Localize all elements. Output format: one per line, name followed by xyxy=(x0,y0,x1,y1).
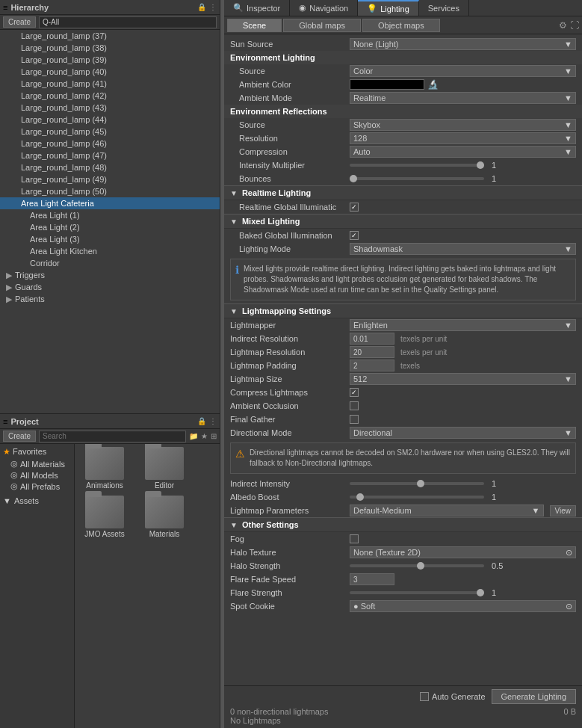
env-lighting-label: Environment Lighting xyxy=(230,53,350,62)
tab-inspector[interactable]: 🔍 Inspector xyxy=(224,0,290,16)
halo-texture-dropdown[interactable]: None (Texture 2D) ⊙ xyxy=(350,546,576,558)
list-item[interactable]: Area Light (3) xyxy=(0,233,220,245)
project-search-input[interactable] xyxy=(39,431,186,442)
fog-row: Fog xyxy=(224,532,582,546)
tab-lighting[interactable]: 💡 Lighting xyxy=(358,0,419,16)
refl-source-dropdown[interactable]: Skybox ▼ xyxy=(350,119,576,131)
generate-row: Auto Generate Generate Lighting xyxy=(230,689,576,704)
list-item[interactable]: Large_round_lamp (46) xyxy=(0,138,220,149)
list-item[interactable]: Large_round_lamp (40) xyxy=(0,66,220,78)
lock-icon[interactable]: 🔒 xyxy=(197,3,206,11)
sidebar-item-all-materials[interactable]: ◎ All Materials xyxy=(3,458,71,469)
hierarchy-search-input[interactable] xyxy=(39,16,217,28)
bounces-slider[interactable] xyxy=(350,177,484,180)
tab-navigation[interactable]: ◉ Navigation xyxy=(290,0,358,16)
lightmap-res-input[interactable] xyxy=(350,346,394,358)
item-label: Large_round_lamp (46) xyxy=(21,139,107,148)
list-item[interactable]: Large_round_lamp (47) xyxy=(0,149,220,161)
list-item[interactable]: Large_round_lamp (48) xyxy=(0,161,220,173)
list-item[interactable]: Area Light (2) xyxy=(0,221,220,233)
view-button[interactable]: View xyxy=(550,505,577,516)
generate-lighting-button[interactable]: Generate Lighting xyxy=(492,689,576,704)
flare-fade-input[interactable] xyxy=(350,573,394,585)
asset-item-animations[interactable]: Animations xyxy=(78,447,131,490)
sun-source-dropdown[interactable]: None (Light) ▼ xyxy=(350,38,576,50)
lightmapping-section-header[interactable]: ▼ Lightmapping Settings xyxy=(224,303,582,318)
refl-resolution-dropdown[interactable]: 128 ▼ xyxy=(350,132,576,144)
list-item[interactable]: Large_round_lamp (37) xyxy=(0,30,220,42)
list-item[interactable]: Area Light (1) xyxy=(0,209,220,221)
more-icon[interactable]: ⋮ xyxy=(209,3,217,11)
asset-item-materials[interactable]: Materials xyxy=(137,496,191,538)
sidebar-item-all-prefabs[interactable]: ◎ All Prefabs xyxy=(3,481,71,492)
auto-generate-checkbox[interactable] xyxy=(420,692,429,701)
list-item[interactable]: Large_round_lamp (41) xyxy=(0,78,220,90)
albedo-boost-slider[interactable] xyxy=(350,496,484,499)
list-item[interactable]: Large_round_lamp (42) xyxy=(0,90,220,102)
list-item[interactable]: Large_round_lamp (43) xyxy=(0,102,220,114)
asset-item-jmo[interactable]: JMO Assets xyxy=(78,496,131,538)
list-item[interactable]: Large_round_lamp (49) xyxy=(0,173,220,185)
spot-cookie-dropdown[interactable]: ● Soft ⊙ xyxy=(350,600,576,612)
ambient-occ-label: Ambient Occlusion xyxy=(230,401,350,410)
folder-icon[interactable]: 📁 xyxy=(189,432,198,440)
lightmapper-dropdown[interactable]: Enlighten ▼ xyxy=(350,319,576,331)
eyedropper-icon[interactable]: 🔬 xyxy=(427,79,439,90)
compression-dropdown[interactable]: Auto ▼ xyxy=(350,146,576,158)
list-item[interactable]: Large_round_lamp (39) xyxy=(0,54,220,66)
project-create-button[interactable]: Create xyxy=(3,431,36,442)
sidebar-item-all-models[interactable]: ◎ All Models xyxy=(3,469,71,481)
list-item[interactable]: Large_round_lamp (45) xyxy=(0,126,220,138)
flare-strength-slider[interactable] xyxy=(350,591,484,594)
intensity-slider[interactable] xyxy=(350,164,484,167)
hierarchy-create-button[interactable]: Create xyxy=(3,16,36,28)
fog-checkbox[interactable] xyxy=(350,534,359,543)
tab-object-maps[interactable]: Object maps xyxy=(362,19,440,32)
settings-icon[interactable]: ⚙ xyxy=(559,20,567,31)
lighting-mode-dropdown[interactable]: Shadowmask ▼ xyxy=(350,243,576,255)
indirect-intensity-row: Indirect Intensity 1 xyxy=(224,477,582,490)
mixed-section-header[interactable]: ▼ Mixed Lighting xyxy=(224,214,582,229)
compress-checkbox[interactable] xyxy=(350,388,359,397)
list-item-guards[interactable]: ▶Guards xyxy=(0,281,220,293)
realtime-section-header[interactable]: ▼ Realtime Lighting xyxy=(224,185,582,200)
list-item-patients[interactable]: ▶Patients xyxy=(0,293,220,305)
maximize-icon[interactable]: ⛶ xyxy=(570,20,579,31)
baked-gi-row: Baked Global Illumination xyxy=(224,229,582,242)
directional-dropdown[interactable]: Directional ▼ xyxy=(350,427,576,439)
baked-gi-checkbox[interactable] xyxy=(350,231,359,240)
list-item[interactable]: Corridor xyxy=(0,257,220,269)
halo-strength-slider[interactable] xyxy=(350,564,484,567)
lightmap-size-dropdown[interactable]: 512 ▼ xyxy=(350,373,576,385)
no-lightmaps-label: No Lightmaps xyxy=(230,716,281,725)
list-item[interactable]: Large_round_lamp (44) xyxy=(0,114,220,126)
tab-services[interactable]: Services xyxy=(419,0,469,16)
flare-strength-row: Flare Strength 1 xyxy=(224,586,582,599)
tab-global-maps[interactable]: Global maps xyxy=(283,19,361,32)
lock-icon2[interactable]: 🔒 xyxy=(197,417,206,425)
other-section-header[interactable]: ▼ Other Settings xyxy=(224,517,582,532)
list-item-area-light-cafeteria[interactable]: Area Light Cafeteria xyxy=(0,197,220,209)
env-source-dropdown[interactable]: Color ▼ xyxy=(350,65,576,77)
asset-item-editor[interactable]: Editor xyxy=(137,447,191,490)
item-label: Large_round_lamp (48) xyxy=(21,163,107,172)
lightmap-params-dropdown[interactable]: Default-Medium ▼ xyxy=(350,505,544,516)
list-item-triggers[interactable]: ▶Triggers xyxy=(0,269,220,281)
star-icon[interactable]: ★ xyxy=(201,432,208,440)
final-gather-checkbox[interactable] xyxy=(350,415,359,424)
folder-icon-animations xyxy=(85,447,124,480)
list-item[interactable]: Large_round_lamp (38) xyxy=(0,42,220,54)
list-item[interactable]: Area Light Kitchen xyxy=(0,245,220,257)
grid-icon[interactable]: ⊞ xyxy=(211,432,217,440)
realtime-gi-checkbox[interactable] xyxy=(350,203,359,212)
env-reflections-label: Environment Reflections xyxy=(230,107,350,116)
ambient-color-swatch[interactable] xyxy=(350,79,424,90)
indirect-res-input[interactable] xyxy=(350,333,394,345)
ambient-occ-checkbox[interactable] xyxy=(350,401,359,410)
indirect-intensity-slider[interactable] xyxy=(350,482,484,485)
ambient-mode-dropdown[interactable]: Realtime ▼ xyxy=(350,92,576,104)
list-item[interactable]: Large_round_lamp (50) xyxy=(0,185,220,197)
tab-scene[interactable]: Scene xyxy=(227,19,282,32)
lightmap-padding-input[interactable] xyxy=(350,360,394,371)
more-icon2[interactable]: ⋮ xyxy=(209,417,217,425)
